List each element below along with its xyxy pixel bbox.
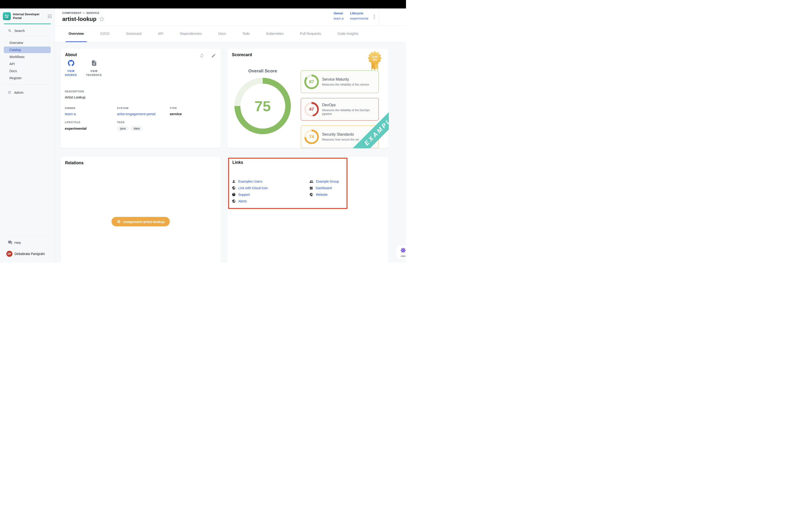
tab-scorecard[interactable]: Scorecard: [118, 26, 150, 42]
owner-meta[interactable]: Owner team-a: [334, 12, 343, 20]
globe-icon: [309, 193, 313, 196]
link-label[interactable]: Website: [316, 193, 327, 196]
app-grid-icon[interactable]: [48, 14, 52, 18]
tab-docs[interactable]: Docs: [210, 26, 234, 42]
link-label[interactable]: Alerts: [238, 199, 247, 203]
link-label[interactable]: Support: [238, 193, 250, 196]
globe-icon: [232, 186, 236, 190]
overall-score-value: 75: [255, 98, 271, 115]
help-chat-icon: ?: [8, 240, 12, 245]
divider: [4, 236, 51, 236]
tag-chip[interactable]: data: [131, 126, 143, 131]
group-icon: [309, 180, 313, 183]
system-field-value[interactable]: artist-engagement-portal: [117, 112, 155, 116]
favorite-star-icon[interactable]: [99, 16, 104, 21]
tab-todo[interactable]: Todo: [234, 26, 258, 42]
owner-field-value[interactable]: team-a: [65, 112, 76, 116]
owner-label: Owner: [334, 12, 343, 15]
aida-label: AIDA: [397, 255, 406, 257]
admin-label: Admin: [14, 91, 24, 94]
tag-chip[interactable]: java: [117, 126, 129, 131]
score-item-desc: Measures the reliability of this service: [322, 83, 369, 87]
sidebar-item-catalog[interactable]: Catalog: [4, 46, 51, 53]
tags-field-label: TAGS: [117, 121, 124, 124]
lifecycle-label: Lifecycle: [350, 12, 368, 15]
aida-widget[interactable]: AIDA: [397, 246, 406, 258]
kebab-menu-icon[interactable]: [372, 14, 377, 21]
about-title: About: [65, 52, 77, 57]
user-name: Debabrata Panigrahi: [15, 252, 45, 256]
sidebar-nav: Overview Catalog Workflows API Docs Regi…: [0, 39, 55, 82]
search-label: Search: [14, 29, 25, 33]
overall-score-label: Overall Score: [227, 69, 298, 74]
link-label[interactable]: Examples Users: [238, 180, 262, 183]
view-source-link[interactable]: VIEW SOURCE: [61, 60, 81, 77]
lifecycle-field-value: experimental: [65, 126, 87, 131]
link-website[interactable]: Website: [309, 191, 339, 198]
relation-node-component-artist-lookup[interactable]: component:artist-lookup: [111, 217, 170, 226]
sidebar-search[interactable]: Search: [0, 24, 55, 35]
divider: [4, 85, 51, 85]
sidebar-item-workflows[interactable]: Workflows: [4, 54, 51, 60]
link-support[interactable]: Support: [232, 191, 267, 198]
link-example-group[interactable]: Example Group: [309, 178, 339, 185]
help-button[interactable]: ? Help: [0, 237, 55, 245]
divider: [4, 36, 51, 37]
tab-code-insights[interactable]: Code Insights: [329, 26, 367, 42]
tab-overview[interactable]: Overview: [60, 26, 92, 42]
gold-tier-badge: Gold Tier: [368, 51, 382, 71]
devops-gauge: 47: [304, 102, 319, 117]
owner-field-label: OWNER: [65, 107, 75, 109]
tab-dependencies[interactable]: Dependencies: [171, 26, 210, 42]
score-item-title: Service Maturity: [322, 77, 369, 81]
service-maturity-score: 87: [309, 79, 314, 84]
brand: Internal Developer Portal: [0, 9, 55, 23]
svg-text:?: ?: [9, 241, 10, 242]
view-techdocs-label: VIEW TECHDOCS: [84, 69, 104, 77]
sidebar: Internal Developer Portal Search Overvie…: [0, 9, 55, 262]
user-avatar: DP: [6, 251, 13, 257]
refresh-icon[interactable]: [199, 53, 204, 58]
link-examples-users[interactable]: Examples Users: [232, 178, 267, 185]
link-label[interactable]: Example Group: [316, 180, 339, 183]
relations-title: Relations: [65, 161, 83, 165]
description-value: Artist Lookup: [65, 95, 86, 99]
scorecard-card: Scorecard: [227, 49, 389, 148]
sidebar-item-overview[interactable]: Overview: [4, 40, 51, 46]
entity-kind-breadcrumb: COMPONENT — SERVICE: [62, 12, 99, 14]
tab-pull-requests[interactable]: Pull Requests: [292, 26, 329, 42]
gear-icon: [7, 90, 12, 94]
tab-api[interactable]: API: [150, 26, 171, 42]
link-label[interactable]: Dashboard: [316, 186, 332, 190]
score-item-devops[interactable]: 47 DevOps Measures the reliability of th…: [301, 98, 379, 121]
link-label[interactable]: Link with Cloud Icon: [238, 186, 267, 190]
sidebar-item-register[interactable]: Register: [4, 75, 51, 81]
devops-score: 47: [309, 107, 314, 112]
links-title: Links: [232, 160, 243, 165]
user-menu[interactable]: DP Debabrata Panigrahi: [0, 245, 55, 262]
score-item-title: Security Standards: [322, 132, 359, 137]
view-techdocs-link[interactable]: VIEW TECHDOCS: [84, 60, 104, 77]
help-label: Help: [14, 241, 21, 244]
sidebar-item-docs[interactable]: Docs: [4, 68, 51, 74]
tab-kubernetes[interactable]: Kubernetes: [258, 26, 292, 42]
system-field-label: SYSTEM: [117, 107, 128, 109]
link-alerts[interactable]: Alerts: [232, 198, 267, 205]
docs-icon: [91, 60, 97, 66]
owner-value[interactable]: team-a: [334, 17, 343, 20]
relation-node-label: component:artist-lookup: [123, 220, 165, 224]
service-maturity-gauge: 87: [304, 75, 319, 89]
aida-flower-icon: [400, 247, 406, 253]
portal-logo-icon: [3, 12, 11, 20]
sidebar-item-admin[interactable]: Admin: [0, 89, 55, 96]
sidebar-item-api[interactable]: API: [4, 61, 51, 67]
tab-cicd[interactable]: CI/CD: [92, 26, 118, 42]
score-item-desc: Measures the reliability of the DevOps p…: [322, 108, 374, 116]
description-label: DESCRIPTION: [65, 90, 84, 93]
score-item-service-maturity[interactable]: 87 Service Maturity Measures the reliabi…: [301, 71, 379, 93]
links-card: Links Examples Users Link with Cloud Ico…: [227, 157, 389, 262]
memory-chip-icon: [117, 220, 121, 224]
link-cloud[interactable]: Link with Cloud Icon: [232, 185, 267, 191]
edit-icon[interactable]: [211, 53, 216, 58]
link-dashboard[interactable]: Dashboard: [309, 185, 339, 191]
